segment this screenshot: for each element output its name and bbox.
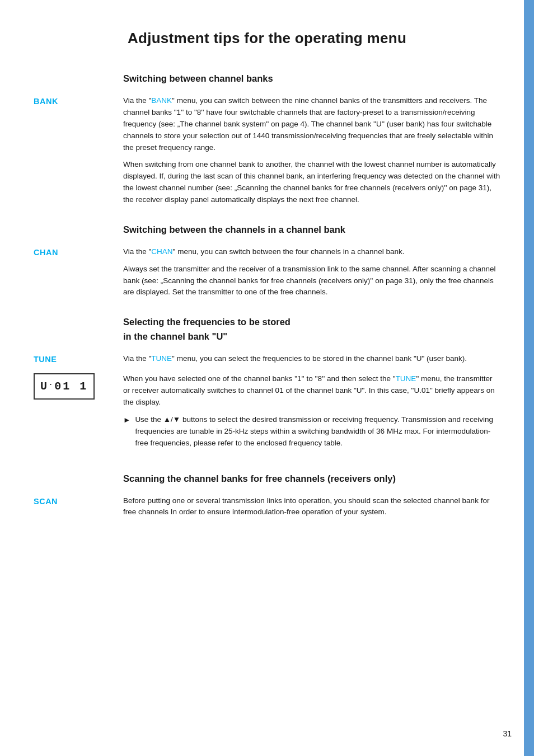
- tune-para-2: When you have selected one of the channe…: [123, 373, 500, 408]
- tune-bullet-row: ► Use the ▲/▼ buttons to select the desi…: [123, 414, 500, 449]
- section-switching-channels: Switching between the channels in a chan…: [34, 223, 500, 298]
- section-heading-channels: Switching between the channels in a chan…: [123, 223, 500, 237]
- scan-para-1: Before putting one or several transmissi…: [123, 495, 500, 519]
- bullet-arrow-icon: ►: [123, 415, 130, 449]
- bank-para-2: When switching from one channel bank to …: [123, 159, 500, 206]
- display-text: U.01 1: [40, 380, 88, 393]
- section-switching-banks: Switching between channel banks BANK Via…: [34, 72, 500, 206]
- section-heading-scanning: Scanning the channel banks for free chan…: [123, 472, 500, 486]
- page-title: Adjustment tips for the operating menu: [34, 27, 500, 49]
- side-bar: [524, 0, 534, 756]
- chan-text: Via the "CHAN" menu, you can switch betw…: [123, 246, 500, 299]
- scan-row: SCAN Before putting one or several trans…: [34, 495, 500, 519]
- tune-display: U.01 1: [34, 373, 95, 400]
- bank-row: BANK Via the "BANK" menu, you can switch…: [34, 95, 500, 206]
- tune-row-1: TUNE Via the "TUNE" menu, you can select…: [34, 353, 500, 366]
- tune-highlight-2: TUNE: [396, 374, 416, 383]
- tune-text-2: When you have selected one of the channe…: [123, 373, 500, 455]
- tune-bullet-text: Use the ▲/▼ buttons to select the desire…: [135, 414, 500, 449]
- tune-text-1: Via the "TUNE" menu, you can select the …: [123, 353, 500, 366]
- tune-para-1: Via the "TUNE" menu, you can select the …: [123, 353, 500, 365]
- tune-row-2: U.01 1 When you have selected one of the…: [34, 373, 500, 455]
- section-heading-frequencies: Selecting the frequencies to be storedin…: [123, 315, 500, 344]
- bank-label: BANK: [34, 97, 58, 106]
- scan-label: SCAN: [34, 497, 58, 506]
- section-heading-banks: Switching between channel banks: [123, 72, 500, 86]
- bank-text: Via the "BANK" menu, you can switch betw…: [123, 95, 500, 206]
- section-selecting-frequencies: Selecting the frequencies to be storedin…: [34, 315, 500, 455]
- chan-para-2: Always set the transmitter and the recei…: [123, 264, 500, 299]
- bank-para-1: Via the "BANK" menu, you can switch betw…: [123, 95, 500, 154]
- chan-highlight-1: CHAN: [151, 247, 172, 256]
- chan-label: CHAN: [34, 248, 58, 257]
- page: Adjustment tips for the operating menu S…: [0, 0, 534, 756]
- tune-label: TUNE: [34, 355, 57, 364]
- scan-label-col: SCAN: [34, 495, 123, 519]
- chan-para-1: Via the "CHAN" menu, you can switch betw…: [123, 246, 500, 258]
- chan-label-col: CHAN: [34, 246, 123, 299]
- section-scanning: Scanning the channel banks for free chan…: [34, 472, 500, 518]
- page-number: 31: [503, 728, 512, 740]
- bank-highlight-1: BANK: [151, 96, 172, 105]
- tune-highlight-1: TUNE: [151, 354, 172, 363]
- tune-label-col: TUNE: [34, 353, 123, 366]
- scan-text: Before putting one or several transmissi…: [123, 495, 500, 519]
- tune-display-col: U.01 1: [34, 373, 123, 455]
- bank-label-col: BANK: [34, 95, 123, 206]
- chan-row: CHAN Via the "CHAN" menu, you can switch…: [34, 246, 500, 299]
